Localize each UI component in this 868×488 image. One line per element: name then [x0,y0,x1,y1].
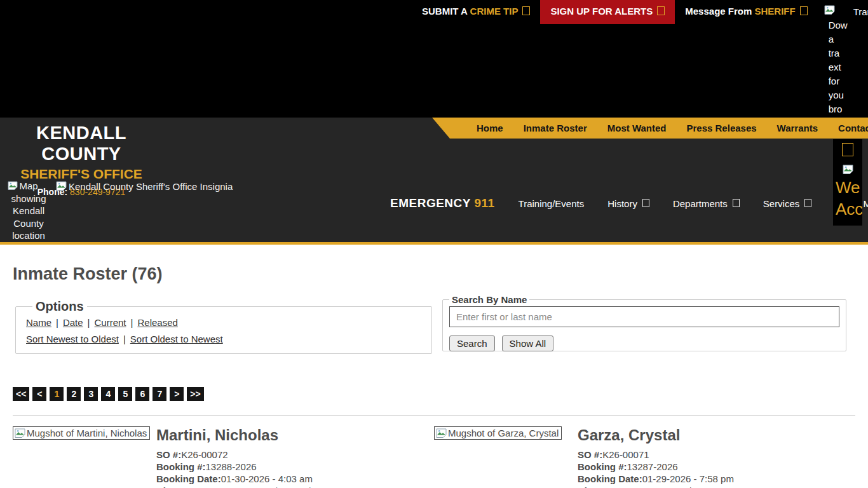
charges-label: Charges: [578,485,621,488]
secondary-navigation: EMERGENCY 911 Training/Events History De… [390,196,868,210]
dropdown-caret-icon [642,199,649,207]
broken-image-icon [8,181,18,190]
pagination-prev[interactable]: < [32,387,46,401]
so-value: K26-00071 [602,449,649,460]
booking-date-value: 01-30-2026 - 4:03 am [221,473,313,484]
filter-date-link[interactable]: Date [63,317,83,328]
charges-value: POSS CS PG 1/1-B >=1G<4G [621,485,750,488]
nav-inmate-roster[interactable]: Inmate Roster [513,123,597,133]
broken-image-icon [56,181,67,191]
subnav-label: Departments [673,198,728,209]
booking-date-value: 01-29-2026 - 7:58 pm [642,473,734,484]
pagination: << < 1 2 3 4 5 6 7 > >> [13,387,855,401]
pagination-last[interactable]: >> [187,387,203,401]
translate-broken-image: Dow a tra ext for you bro [824,5,853,116]
roster-divider [13,415,855,416]
pagination-page-5[interactable]: 5 [118,387,132,401]
charges-label: Charges: [156,485,200,488]
charges-value: THEFT PROP >=$150K<$300K [200,485,335,488]
search-buttons-row: Search Show All [449,336,839,351]
crime-tip-highlight: CRIME TIP [470,6,519,17]
pagination-next[interactable]: > [170,387,184,401]
sort-newest-link[interactable]: Sort Newest to Oldest [26,334,119,344]
booking-date-label: Booking Date: [156,473,221,484]
so-value: K26-00072 [181,449,227,460]
translate-alt-text: Dow a tra ext for you bro [824,18,853,116]
message-highlight: SHERIFF [754,6,795,17]
site-header: KENDALL COUNTY SHERIFF'S OFFICE Phone: 8… [0,118,868,245]
nav-warrants[interactable]: Warrants [767,123,828,133]
subnav-label: Services [763,198,800,209]
dropdown-caret-icon [804,199,811,207]
external-link-icon [800,6,808,15]
subnav-history[interactable]: History [607,198,649,209]
search-panel: Search By Name Search Show All [442,294,846,351]
web-accessibility-widget[interactable]: We Acc [833,139,862,226]
subnav-departments[interactable]: Departments [673,198,740,209]
inmate-details: Martini, Nicholas SO #:K26-00072 Booking… [156,426,335,488]
external-link-icon [657,6,665,15]
filter-released-link[interactable]: Released [137,317,177,328]
inmate-name: Martini, Nicholas [156,426,335,444]
search-button[interactable]: Search [449,336,495,351]
booking-date-line: Booking Date:01-30-2026 - 4:03 am [156,473,335,485]
emergency-number: 911 [474,196,494,210]
insignia-broken-image: Kendall County Sheriff's Office Insignia [56,181,233,192]
subnav-training-events[interactable]: Training/Events [519,198,585,209]
filter-links-row: Name|Date|Current|Released [26,317,421,328]
so-label: SO #: [156,449,181,460]
submit-crime-tip-link[interactable]: SUBMIT A CRIME TIP [412,0,540,17]
separator: | [88,317,90,328]
nav-press-releases[interactable]: Press Releases [677,123,767,133]
separator: | [56,317,58,328]
pagination-page-7[interactable]: 7 [153,387,166,401]
filter-name-link[interactable]: Name [26,317,51,328]
sort-links-row: Sort Newest to Oldest|Sort Oldest to New… [26,334,421,344]
filter-current-link[interactable]: Current [95,317,126,328]
pagination-first[interactable]: << [13,387,29,401]
charges-line: Charges: POSS CS PG 1/1-B >=1G<4G [578,485,750,488]
pagination-page-4[interactable]: 4 [101,387,115,401]
roster-controls: Options Name|Date|Current|Released Sort … [13,297,855,368]
main-navigation: Home Inmate Roster Most Wanted Press Rel… [432,118,868,139]
accessibility-glyph-icon [842,143,853,156]
inmate-card: Mugshot of Martini, Nicholas Martini, Ni… [13,426,434,488]
nav-contact-us[interactable]: Contact Us [828,123,868,133]
subnav-label: Training/Events [519,198,585,209]
inmate-list: Mugshot of Martini, Nicholas Martini, Ni… [13,426,855,488]
inmate-card: Mugshot of Garza, Crystal Garza, Crystal… [434,426,855,488]
pagination-page-1[interactable]: 1 [50,387,64,401]
search-legend: Search By Name [449,294,529,305]
mugshot-broken-image-link[interactable]: Mugshot of Martini, Nicholas [13,426,150,440]
top-utility-links: SUBMIT A CRIME TIP SIGN UP FOR ALERTS Me… [412,0,868,116]
booking-label: Booking #: [156,461,206,472]
nav-most-wanted[interactable]: Most Wanted [597,123,677,133]
options-panel: Options Name|Date|Current|Released Sort … [15,299,432,354]
booking-value: 13288-2026 [206,461,257,472]
separator: | [131,317,133,328]
nav-home[interactable]: Home [466,123,513,133]
subnav-services[interactable]: Services [763,198,812,209]
broken-image-icon [843,165,853,174]
insignia-alt-text: Kendall County Sheriff's Office Insignia [69,181,233,192]
accessibility-broken-image [833,165,862,177]
mugshot-broken-image-link[interactable]: Mugshot of Garza, Crystal [434,426,562,440]
sort-oldest-link[interactable]: Sort Oldest to Newest [130,334,223,344]
county-map-broken-image: Map showing Kendall County location with… [8,180,50,240]
search-input[interactable] [449,306,839,327]
pagination-page-2[interactable]: 2 [67,387,81,401]
broken-image-icon [15,428,25,438]
booking-value: 13287-2026 [627,461,678,472]
external-link-icon [522,6,530,15]
sign-up-for-alerts-button[interactable]: SIGN UP FOR ALERTS [540,0,675,24]
booking-number-line: Booking #:13288-2026 [156,461,335,473]
so-number-line: SO #:K26-00072 [156,449,335,461]
translate-widget[interactable]: Dow a tra ext for you bro Translate [824,0,868,116]
broken-image-icon [824,5,835,15]
message-from-sheriff-link[interactable]: Message From SHERIFF [675,0,817,17]
show-all-button[interactable]: Show All [502,336,554,351]
translate-label: Translate [853,5,868,116]
separator: | [123,334,126,344]
pagination-page-6[interactable]: 6 [135,387,149,401]
pagination-page-3[interactable]: 3 [84,387,98,401]
